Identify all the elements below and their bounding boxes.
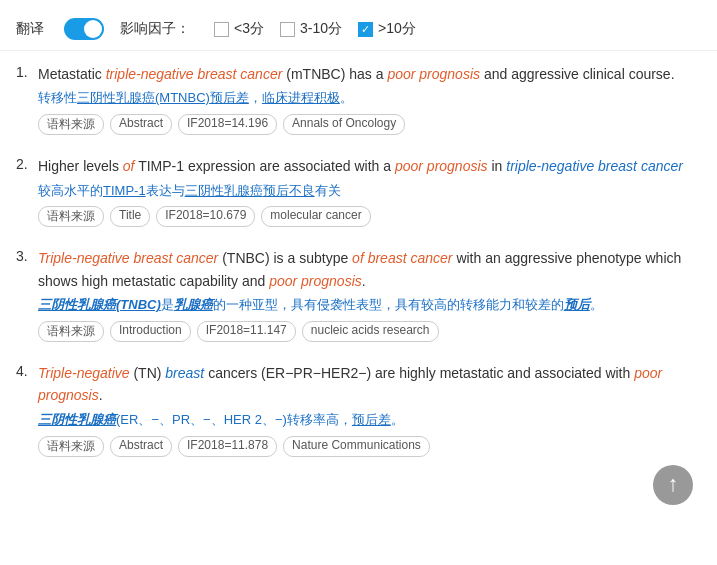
scroll-top-button[interactable]: ↑ — [653, 465, 693, 505]
result-header: 3. Triple-negative breast cancer (TNBC) … — [16, 247, 701, 342]
en-part: (TNBC) is a subtype — [218, 250, 352, 266]
result-text: Triple-negative (TN) breast cancers (ER−… — [38, 362, 701, 457]
zh-part: 。 — [590, 297, 603, 312]
en-part-styled: of — [123, 158, 135, 174]
filter-gt10[interactable]: ✓ >10分 — [358, 20, 416, 38]
tags: 语料来源 Title IF2018=10.679 molecular cance… — [38, 206, 701, 227]
tag-source[interactable]: 语料来源 — [38, 321, 104, 342]
zh-part-underline: 预后差 — [210, 90, 249, 105]
en-part-styled: poor prognosis — [395, 158, 488, 174]
filter-gt10-checkbox[interactable]: ✓ — [358, 22, 373, 37]
result-text: Metastatic triple-negative breast cancer… — [38, 63, 701, 135]
en-part-styled: triple-negative breast cancer — [506, 158, 683, 174]
en-part: Higher levels — [38, 158, 123, 174]
en-part: (TN) — [130, 365, 166, 381]
scroll-top-arrow-icon: ↑ — [668, 473, 679, 495]
result-header: 4. Triple-negative (TN) breast cancers (… — [16, 362, 701, 457]
en-part-styled: of breast cancer — [352, 250, 452, 266]
toggle-knob — [84, 20, 102, 38]
result-item: 3. Triple-negative breast cancer (TNBC) … — [16, 247, 701, 342]
result-item: 1. Metastatic triple-negative breast can… — [16, 63, 701, 135]
filter-lt3-checkbox[interactable] — [214, 22, 229, 37]
tag-journal[interactable]: Annals of Oncology — [283, 114, 405, 135]
tag-if[interactable]: IF2018=10.679 — [156, 206, 255, 227]
en-part-styled: Triple-negative breast cancer — [38, 250, 218, 266]
en-sentence: Triple-negative breast cancer (TNBC) is … — [38, 247, 701, 292]
toolbar: 翻译 影响因子： <3分 3-10分 ✓ >10分 — [0, 10, 717, 51]
tag-source[interactable]: 语料来源 — [38, 436, 104, 457]
result-number: 3. — [16, 247, 38, 264]
en-part-styled: breast — [165, 365, 204, 381]
filter-3to10-label: 3-10分 — [300, 20, 342, 38]
tag-journal[interactable]: nucleic acids research — [302, 321, 439, 342]
filter-label: 影响因子： — [120, 20, 190, 38]
zh-sentence: 较高水平的TIMP-1表达与三阴性乳腺癌预后不良有关 — [38, 181, 701, 202]
zh-part-underline: 三阴性乳腺癌(MTNBC) — [77, 90, 210, 105]
result-text: Higher levels of TIMP-1 expression are a… — [38, 155, 701, 227]
tag-title[interactable]: Title — [110, 206, 150, 227]
en-sentence: Triple-negative (TN) breast cancers (ER−… — [38, 362, 701, 407]
zh-part-underline: 三阴性乳腺癌 — [38, 412, 116, 427]
filter-gt10-label: >10分 — [378, 20, 416, 38]
zh-part-underline: 乳腺癌 — [174, 297, 213, 312]
zh-part: 是 — [161, 297, 174, 312]
en-part: and aggressive clinical course. — [480, 66, 675, 82]
result-header: 1. Metastatic triple-negative breast can… — [16, 63, 701, 135]
filter-3to10-checkbox[interactable] — [280, 22, 295, 37]
result-number: 2. — [16, 155, 38, 172]
en-part: . — [362, 273, 366, 289]
tags: 语料来源 Introduction IF2018=11.147 nucleic … — [38, 321, 701, 342]
tag-source[interactable]: 语料来源 — [38, 114, 104, 135]
translate-label: 翻译 — [16, 20, 44, 38]
tag-journal[interactable]: Nature Communications — [283, 436, 430, 457]
tag-abstract[interactable]: Abstract — [110, 436, 172, 457]
tag-abstract[interactable]: Abstract — [110, 114, 172, 135]
result-item: 4. Triple-negative (TN) breast cancers (… — [16, 362, 701, 457]
en-sentence: Metastatic triple-negative breast cancer… — [38, 63, 701, 85]
en-part: TIMP-1 expression are associated with a — [135, 158, 395, 174]
tag-journal[interactable]: molecular cancer — [261, 206, 370, 227]
filter-lt3-label: <3分 — [234, 20, 264, 38]
zh-part-underline: 三阴性乳腺癌 — [185, 183, 263, 198]
en-part-styled: poor prognosis — [269, 273, 362, 289]
filter-lt3[interactable]: <3分 — [214, 20, 264, 38]
zh-sentence: 三阴性乳腺癌(TNBC)是乳腺癌的一种亚型，具有侵袭性表型，具有较高的转移能力和… — [38, 295, 701, 316]
filter-options: <3分 3-10分 ✓ >10分 — [214, 20, 416, 38]
filter-3to10[interactable]: 3-10分 — [280, 20, 342, 38]
en-part-styled: triple-negative breast cancer — [106, 66, 283, 82]
result-item: 2. Higher levels of TIMP-1 expression ar… — [16, 155, 701, 227]
zh-sentence: 三阴性乳腺癌(ER、−、PR、−、HER 2、−)转移率高，预后差。 — [38, 410, 701, 431]
translate-toggle[interactable] — [64, 18, 104, 40]
en-part: Metastatic — [38, 66, 106, 82]
tag-source[interactable]: 语料来源 — [38, 206, 104, 227]
zh-part: (ER、−、PR、−、HER 2、−)转移率高， — [116, 412, 352, 427]
zh-part: 的一种亚型，具有侵袭性表型，具有较高的转移能力和较差的 — [213, 297, 564, 312]
en-part: . — [99, 387, 103, 403]
en-sentence: Higher levels of TIMP-1 expression are a… — [38, 155, 701, 177]
result-text: Triple-negative breast cancer (TNBC) is … — [38, 247, 701, 342]
zh-part: 表达与 — [146, 183, 185, 198]
zh-part: 。 — [391, 412, 404, 427]
tags: 语料来源 Abstract IF2018=14.196 Annals of On… — [38, 114, 701, 135]
en-part-styled: Triple-negative — [38, 365, 130, 381]
checkmark-icon: ✓ — [361, 23, 370, 36]
zh-part-underline: 预后 — [564, 297, 590, 312]
en-part: cancers (ER−PR−HER2−) are highly metasta… — [204, 365, 634, 381]
tags: 语料来源 Abstract IF2018=11.878 Nature Commu… — [38, 436, 701, 457]
zh-part: 较高水平的 — [38, 183, 103, 198]
zh-part: 有关 — [315, 183, 341, 198]
en-part-styled: poor prognosis — [387, 66, 480, 82]
tag-if[interactable]: IF2018=14.196 — [178, 114, 277, 135]
results-list: 1. Metastatic triple-negative breast can… — [0, 51, 717, 493]
zh-part-underline: 临床进程积极 — [262, 90, 340, 105]
result-number: 4. — [16, 362, 38, 379]
tag-if[interactable]: IF2018=11.878 — [178, 436, 277, 457]
zh-part-underline: TIMP-1 — [103, 183, 146, 198]
tag-intro[interactable]: Introduction — [110, 321, 191, 342]
tag-if[interactable]: IF2018=11.147 — [197, 321, 296, 342]
en-part: in — [488, 158, 507, 174]
zh-part-underline: 三阴性乳腺癌(TNBC) — [38, 297, 161, 312]
zh-part-underline: 预后差 — [352, 412, 391, 427]
en-part: (mTNBC) has a — [282, 66, 387, 82]
result-header: 2. Higher levels of TIMP-1 expression ar… — [16, 155, 701, 227]
